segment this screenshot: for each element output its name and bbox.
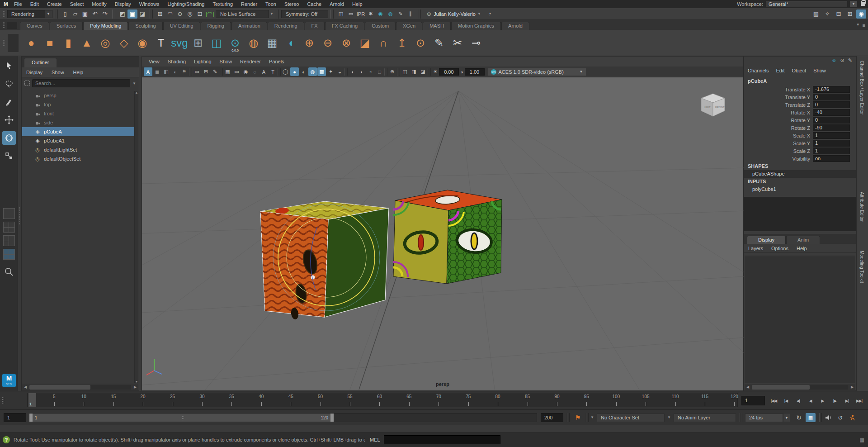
shelf-tab[interactable]: Surfaces (50, 22, 83, 30)
playback-range[interactable]: 1 120 (29, 414, 334, 422)
film-gate-icon[interactable]: ▦ (223, 67, 232, 76)
layer-editor-tab[interactable]: Display (747, 236, 786, 244)
undo-icon[interactable]: ↶ (90, 10, 100, 19)
shelf-tab[interactable]: Animation (231, 22, 267, 30)
channel-row[interactable]: Scale Y 1 (744, 139, 856, 147)
rotate-tool[interactable] (2, 131, 16, 145)
active-sidebar-icon[interactable]: ◉ (856, 10, 866, 19)
range-slider-track[interactable]: 1 120 (29, 413, 537, 422)
bridge-icon[interactable]: ∩ (375, 33, 392, 53)
menu-item[interactable]: Texturing (208, 1, 237, 7)
outliner-horizontal-scrollbar[interactable]: ◀▶ (22, 384, 138, 390)
channel-row[interactable]: Scale Z 1 (744, 147, 856, 155)
animation-start-field[interactable]: 1 (4, 413, 26, 422)
drag-grip[interactable] (3, 10, 5, 18)
file-open-icon[interactable]: ▱ (70, 10, 80, 19)
textured-icon[interactable]: ◍ (308, 67, 317, 76)
outliner-item[interactable]: persp (22, 91, 134, 100)
file-new-icon[interactable]: ▯ (60, 10, 70, 19)
play-forward-button[interactable]: ▶ (816, 395, 829, 407)
viewport-menu-item[interactable]: Renderer (236, 58, 265, 65)
fps-dropdown[interactable]: 24 fps (745, 414, 783, 422)
menu-item[interactable]: Help (348, 1, 367, 7)
drag-grip[interactable] (3, 21, 5, 29)
shelf-tab[interactable]: FX (305, 22, 325, 30)
auto-keyframe-icon[interactable]: ▦ (806, 413, 816, 422)
menu-item[interactable]: Arnold (326, 1, 348, 7)
channelbox-menu-item[interactable]: Channels (744, 67, 772, 74)
poly-sphere-icon[interactable]: ● (23, 33, 40, 53)
separate-icon[interactable]: ⊖ (319, 33, 336, 53)
channel-value-field[interactable]: 0 (813, 117, 850, 124)
center-pivot-icon[interactable]: ⊙0,0,0 (226, 33, 244, 53)
menu-item[interactable]: Modify (88, 1, 110, 7)
exposure-icon[interactable]: ☀ (433, 69, 438, 75)
backface-culling-icon[interactable]: ◗ (357, 67, 366, 76)
outliner-vertical-scrollbar[interactable]: ▲▼ (134, 91, 138, 383)
live-surface-caret-icon[interactable]: ▼ (270, 12, 274, 16)
render-view-icon[interactable]: ◫ (336, 10, 346, 19)
character-set-dropdown[interactable]: No Character Set (597, 414, 665, 422)
mel-label[interactable]: MEL (370, 437, 380, 442)
poly-disc-icon[interactable]: ◉ (134, 33, 151, 53)
select-hierarchy-icon[interactable]: ◩ (118, 10, 127, 19)
shelf-tab[interactable]: FX Caching (325, 22, 364, 30)
shelf-overflow-caret-icon[interactable]: ▼ (856, 23, 860, 28)
step-forward-frame-button[interactable]: ▶| (841, 395, 853, 407)
outliner-item[interactable]: defaultObjectSet (22, 154, 134, 163)
live-surface-field[interactable]: No Live Surface (216, 10, 269, 18)
channelbox-menu-item[interactable]: Edit (772, 67, 788, 74)
paint-select-tool[interactable] (2, 95, 16, 109)
move-tool[interactable] (2, 113, 16, 127)
pane-divider[interactable] (18, 56, 21, 391)
shelf-options-icon[interactable]: ≡ (863, 23, 865, 28)
select-object-icon[interactable]: ▣ (127, 10, 137, 19)
show-manipulators-icon[interactable]: ☺ (831, 57, 836, 65)
menu-item[interactable]: Edit (26, 1, 43, 7)
menu-item[interactable]: Display (111, 1, 135, 7)
viewport-menu-item[interactable]: Shading (164, 58, 190, 65)
channel-value-field[interactable]: on (813, 155, 850, 162)
svg-tool-icon[interactable]: svg (171, 33, 188, 53)
safe-title-icon[interactable]: T (269, 67, 277, 76)
smooth-shade-icon[interactable]: ● (290, 67, 299, 76)
workspace-lock-icon[interactable] (861, 2, 865, 6)
channel-row[interactable]: Scale X 1 (744, 132, 856, 139)
poly-cone-icon[interactable]: ▲ (78, 33, 95, 53)
shelf-tab[interactable]: Motion Graphics (451, 22, 501, 30)
outliner-item[interactable]: pCubeA1 (22, 136, 134, 145)
shelf-tab[interactable]: MASH (423, 22, 451, 30)
select-camera-icon[interactable]: ◼ (153, 67, 161, 76)
layout-single-pane-button[interactable] (3, 208, 15, 219)
anim-prefs-icon[interactable] (847, 413, 857, 422)
group-collapser[interactable] (150, 10, 153, 19)
poly-plane-icon[interactable]: ◇ (115, 33, 132, 53)
channel-value-field[interactable]: -1.676 (813, 86, 850, 93)
menu-item[interactable]: Toon (261, 1, 280, 7)
modeling-toolkit-icon[interactable]: ▧ (811, 10, 821, 19)
merge-vertices-icon[interactable]: ⊙ (412, 33, 429, 53)
humanik-icon[interactable]: ✧ (822, 10, 832, 19)
user-account-menu[interactable]: ☺ Julian Kelly-Valerio ▼ (423, 10, 484, 17)
sculpt-tool-icon[interactable]: ◖ (282, 33, 299, 53)
layer-editor-menu-item[interactable]: Help (793, 245, 811, 252)
file-save-icon[interactable]: ▣ (80, 10, 90, 19)
ssao-icon[interactable]: ◔ (366, 67, 375, 76)
outliner-menu-item[interactable]: Help (69, 69, 88, 76)
channel-row[interactable]: Rotate Z -90 (744, 124, 856, 132)
symmetry-field[interactable]: Symmetry: Off (281, 10, 328, 18)
camera-attributes-icon[interactable]: ◐ (171, 67, 179, 76)
safe-action-icon[interactable]: A (259, 67, 268, 76)
animation-end-field[interactable]: 200 (541, 413, 563, 422)
scene-view[interactable]: LEFT FRONT persp (142, 77, 743, 390)
menu-item[interactable]: Windows (135, 1, 164, 7)
drag-grip[interactable] (3, 39, 5, 47)
select-component-icon[interactable]: ◪ (137, 10, 147, 19)
lasso-select-tool[interactable] (2, 77, 16, 90)
shelf-tab[interactable]: Curves (20, 22, 49, 30)
shelf-tab[interactable]: XGen (396, 22, 422, 30)
menu-item[interactable]: Stereo (280, 1, 303, 7)
range-center-handle[interactable] (182, 416, 184, 420)
menu-item[interactable]: File (10, 1, 26, 7)
anim-snap-icon[interactable]: ↺ (835, 413, 845, 422)
